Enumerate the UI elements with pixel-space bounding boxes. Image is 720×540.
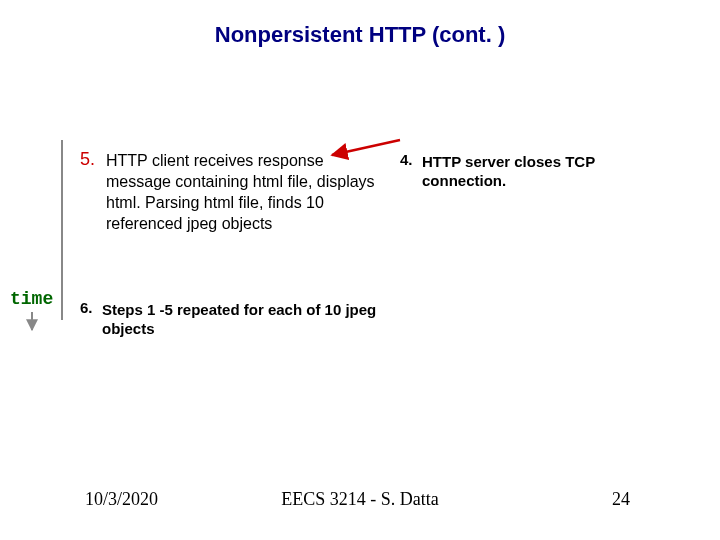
step-4: 4. HTTP server closes TCP connection. <box>400 150 650 191</box>
step-5-text: HTTP client receives response message co… <box>80 151 380 234</box>
annotation-layer <box>0 0 720 540</box>
footer-page-number: 24 <box>612 489 630 510</box>
step-5-number: 5. <box>80 149 95 169</box>
step-4-number: 4. <box>400 151 413 168</box>
step-4-text: HTTP server closes TCP connection. <box>400 152 650 191</box>
slide: Nonpersistent HTTP (cont. ) time 5. HTTP… <box>0 0 720 540</box>
step-6: 6. Steps 1 -5 repeated for each of 10 jp… <box>80 298 380 339</box>
step-5: 5. HTTP client receives response message… <box>80 148 380 235</box>
step-6-text: Steps 1 -5 repeated for each of 10 jpeg … <box>80 300 380 339</box>
step-6-number: 6. <box>80 299 93 316</box>
time-label: time <box>10 289 53 309</box>
